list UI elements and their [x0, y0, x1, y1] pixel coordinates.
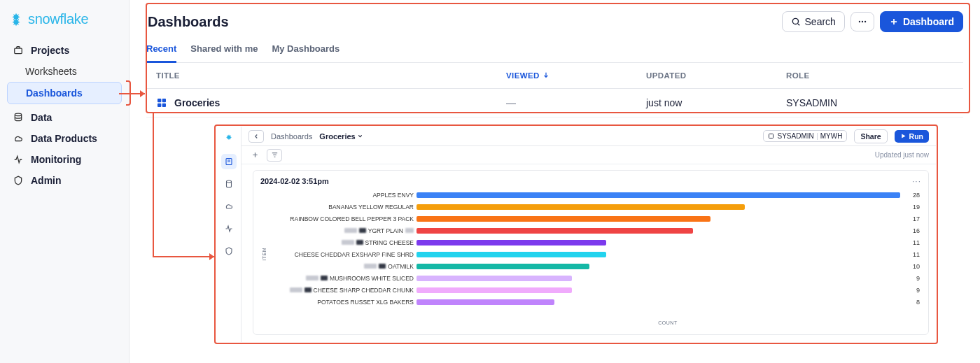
svg-point-5: [864, 21, 866, 22]
chart-category-label: OATMILK: [268, 260, 416, 272]
chart-bar: [416, 228, 693, 234]
chart-value-label: 9: [900, 272, 921, 284]
sidebar-item-label: Projects: [31, 45, 69, 56]
annotation-arrow: [209, 253, 214, 260]
new-dashboard-label: Dashboard: [903, 16, 954, 27]
chart-category-label: YGRT PLAIN: [268, 225, 416, 236]
sidebar-item-label: Monitoring: [31, 154, 81, 165]
card-more-button[interactable]: ···: [912, 176, 921, 186]
svg-point-3: [859, 21, 860, 22]
chart-category-label: APPLES ENVY: [268, 189, 416, 201]
svg-rect-12: [769, 134, 774, 138]
chart-category-label: MUSHROOMS WHITE SLICED: [268, 272, 416, 284]
cloud-icon: [225, 202, 233, 211]
search-button[interactable]: Search: [782, 11, 845, 32]
row-viewed: —: [506, 97, 646, 108]
sidebar-item-label: Data Products: [31, 133, 97, 144]
shield-icon: [13, 175, 24, 186]
sidebar-item-dashboards[interactable]: Dashboards: [7, 82, 122, 104]
chart-bar: [416, 299, 554, 305]
context-chip[interactable]: SYSADMIN MYWH: [763, 130, 847, 142]
chart-bars: [416, 189, 900, 319]
filter-button[interactable]: [267, 149, 282, 162]
sidebar-item-projects[interactable]: Projects: [7, 40, 122, 61]
chart-bar: [416, 264, 589, 269]
chart-bar: [416, 204, 745, 210]
col-updated[interactable]: UPDATED: [646, 71, 786, 80]
updated-text: Updated just now: [875, 151, 929, 159]
sidebar-item-data-products[interactable]: Data Products: [7, 128, 122, 149]
breadcrumb-current[interactable]: Groceries: [319, 132, 363, 141]
inset-topbar: Dashboards Groceries SYSADMIN MYWH Share…: [241, 127, 936, 146]
chart-value-label: 9: [900, 284, 921, 296]
row-updated: just now: [646, 97, 786, 108]
rail-data[interactable]: [221, 176, 237, 192]
svg-rect-7: [162, 99, 166, 102]
shield-icon: [225, 247, 233, 255]
more-icon: [857, 17, 868, 27]
dashboard-icon: [156, 97, 167, 108]
chart-value-label: 11: [900, 248, 921, 260]
chart-xlabel: COUNT: [414, 320, 921, 325]
col-title[interactable]: TITLE: [156, 71, 506, 80]
chart-bar: [416, 276, 572, 281]
context-warehouse: MYWH: [820, 132, 843, 140]
sidebar-item-data[interactable]: Data: [7, 107, 122, 128]
role-icon: [768, 133, 774, 139]
rail-cloud[interactable]: [221, 199, 237, 214]
chart-ylabel: ITEM: [260, 248, 268, 261]
svg-point-2: [792, 18, 798, 24]
context-role: SYSADMIN: [777, 132, 813, 140]
tab-my-dashboards[interactable]: My Dashboards: [272, 43, 340, 62]
chart-bar: [416, 252, 606, 257]
more-button[interactable]: [850, 12, 874, 31]
add-tile-button[interactable]: [248, 149, 261, 162]
chart-category-label: CHEESE CHEDDAR EXSHARP FINE SHRD: [268, 248, 416, 260]
svg-point-4: [862, 21, 863, 22]
plus-icon: [251, 151, 259, 159]
svg-point-11: [226, 180, 231, 183]
chart-value-label: 19: [900, 201, 921, 213]
chart-category-label: CHEESE SHARP CHEDDAR CHUNK: [268, 284, 416, 296]
sidebar-item-monitoring[interactable]: Monitoring: [7, 149, 122, 170]
chevron-left-icon: [253, 133, 260, 140]
chart-value-label: 8: [900, 296, 921, 308]
chart-title: 2024-02-02 3:51pm: [260, 177, 329, 185]
sidebar-item-admin[interactable]: Admin: [7, 170, 122, 191]
rail-worksheets[interactable]: [221, 154, 237, 169]
share-button[interactable]: Share: [854, 129, 887, 143]
page-title: Dashboards: [148, 14, 229, 30]
table-row[interactable]: Groceries — just now SYSADMIN: [146, 89, 963, 118]
col-role[interactable]: ROLE: [786, 71, 963, 80]
new-dashboard-button[interactable]: Dashboard: [880, 11, 963, 32]
tabs: Recent Shared with me My Dashboards: [146, 35, 963, 63]
database-icon: [225, 180, 233, 188]
breadcrumb-parent[interactable]: Dashboards: [271, 132, 312, 141]
back-button[interactable]: [248, 130, 264, 143]
database-icon: [13, 112, 24, 123]
inset-toolbar: Updated just now: [241, 146, 936, 164]
logo-text: snowflake: [28, 11, 88, 27]
rail-admin[interactable]: [221, 243, 237, 259]
tab-shared[interactable]: Shared with me: [190, 43, 258, 62]
chart-value-label: 28: [900, 189, 921, 201]
logo: snowflake: [7, 10, 122, 40]
chart-bar: [416, 192, 900, 198]
svg-rect-9: [162, 104, 166, 107]
tab-recent[interactable]: Recent: [146, 43, 176, 63]
rail-monitoring[interactable]: [221, 221, 237, 236]
run-button[interactable]: Run: [895, 130, 929, 143]
snowflake-icon: [8, 12, 24, 27]
projects-icon: [13, 45, 24, 56]
activity-icon: [225, 225, 233, 233]
table-header: TITLE VIEWED UPDATED ROLE: [146, 63, 963, 89]
annotation-connector: [153, 113, 154, 257]
chart-values: 28191716111110998: [900, 189, 921, 319]
chart-value-label: 10: [900, 260, 921, 272]
chart-category-label: POTATOES RUSSET XLG BAKERS: [268, 296, 416, 308]
col-viewed[interactable]: VIEWED: [506, 71, 646, 80]
worksheet-icon: [225, 157, 233, 166]
annotation-arrow: [140, 90, 145, 97]
chart-category-label: BANANAS YELLOW REGULAR: [268, 201, 416, 213]
sidebar-item-worksheets[interactable]: Worksheets: [7, 61, 122, 82]
